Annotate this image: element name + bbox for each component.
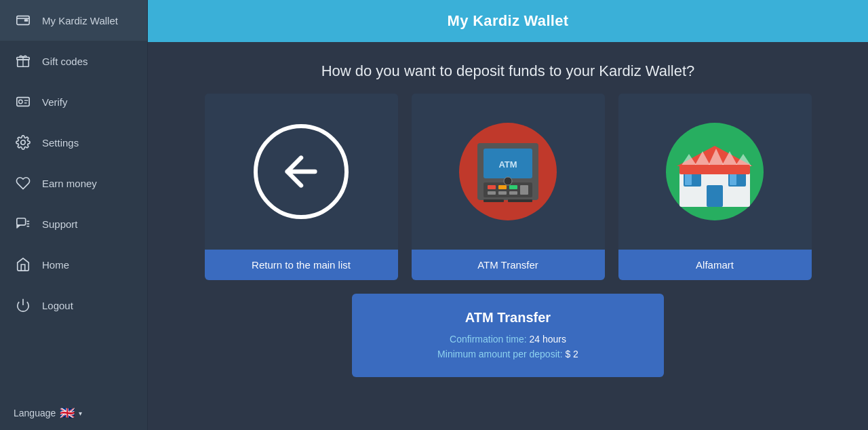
svg-rect-36 bbox=[685, 173, 692, 185]
confirmation-value: 24 hours bbox=[530, 334, 566, 345]
svg-rect-11 bbox=[17, 218, 26, 225]
sidebar-item-earn-money[interactable]: Earn money bbox=[0, 163, 147, 203]
atm-illustration: ATM bbox=[454, 117, 562, 226]
sidebar-item-label: Verify bbox=[42, 96, 68, 108]
sidebar-item-home[interactable]: Home bbox=[0, 244, 147, 285]
gear-icon bbox=[14, 133, 33, 152]
flag-icon: 🇬🇧 bbox=[60, 406, 75, 421]
chevron-down-icon: ▾ bbox=[79, 410, 82, 417]
page-question: How do you want to deposit funds to your… bbox=[148, 42, 868, 94]
svg-rect-23 bbox=[509, 185, 517, 189]
sidebar-item-label: Support bbox=[42, 218, 78, 230]
confirmation-time-row: Confirmation time: 24 hours bbox=[372, 334, 644, 345]
return-card-body bbox=[205, 94, 398, 250]
sidebar-item-logout[interactable]: Logout bbox=[0, 285, 147, 326]
svg-point-7 bbox=[19, 100, 22, 104]
svg-rect-21 bbox=[488, 185, 496, 189]
back-arrow-circle bbox=[254, 124, 349, 219]
svg-rect-28 bbox=[484, 199, 504, 202]
sidebar-item-label: Gift codes bbox=[42, 56, 88, 67]
sidebar-item-label: Home bbox=[42, 259, 69, 271]
svg-rect-22 bbox=[498, 185, 507, 189]
min-deposit-row: Minimum amount per deposit: $ 2 bbox=[372, 349, 644, 359]
svg-text:ATM: ATM bbox=[498, 159, 517, 170]
page-header: My Kardiz Wallet bbox=[148, 0, 868, 42]
store-illustration bbox=[660, 117, 769, 226]
main-content: My Kardiz Wallet How do you want to depo… bbox=[148, 0, 868, 430]
alfamart-card-body bbox=[618, 94, 812, 250]
atm-card[interactable]: ATM bbox=[412, 94, 605, 280]
home-icon bbox=[14, 255, 33, 274]
id-card-icon bbox=[14, 92, 33, 111]
sidebar-item-label: Settings bbox=[42, 137, 79, 149]
wallet-icon bbox=[14, 11, 33, 30]
atm-info-title: ATM Transfer bbox=[372, 310, 644, 326]
gift-icon bbox=[14, 52, 33, 71]
sidebar-item-gift-codes[interactable]: Gift codes bbox=[0, 41, 147, 81]
svg-point-10 bbox=[21, 140, 25, 144]
svg-rect-26 bbox=[509, 191, 517, 195]
svg-rect-1 bbox=[24, 19, 28, 22]
return-card-label: Return to the main list bbox=[205, 250, 398, 280]
svg-rect-37 bbox=[730, 173, 736, 185]
sidebar-item-label: Logout bbox=[42, 300, 73, 311]
sidebar-item-support[interactable]: Support bbox=[0, 203, 147, 244]
sidebar-item-settings[interactable]: Settings bbox=[0, 122, 147, 163]
heart-icon bbox=[14, 174, 33, 193]
sidebar: My Kardiz Wallet Gift codes Verify bbox=[0, 0, 148, 430]
atm-card-label: ATM Transfer bbox=[412, 250, 605, 280]
svg-rect-27 bbox=[520, 185, 528, 195]
min-deposit-value: $ 2 bbox=[565, 349, 578, 359]
deposit-options-row: Return to the main list ATM bbox=[148, 94, 868, 294]
svg-rect-29 bbox=[508, 199, 532, 202]
alfamart-card[interactable]: Alfamart bbox=[618, 94, 812, 280]
svg-rect-25 bbox=[498, 191, 507, 195]
confirmation-label: Confirmation time: bbox=[450, 334, 527, 345]
svg-rect-38 bbox=[679, 165, 750, 174]
alfamart-card-label: Alfamart bbox=[618, 250, 812, 280]
support-icon bbox=[14, 214, 33, 233]
sidebar-item-my-kardiz-wallet[interactable]: My Kardiz Wallet bbox=[0, 0, 147, 41]
svg-point-30 bbox=[504, 177, 512, 185]
language-label: Language bbox=[14, 408, 56, 418]
header-title: My Kardiz Wallet bbox=[448, 12, 569, 29]
atm-info-panel: ATM Transfer Confirmation time: 24 hours… bbox=[352, 294, 664, 377]
return-card[interactable]: Return to the main list bbox=[205, 94, 398, 280]
language-selector[interactable]: Language 🇬🇧 ▾ bbox=[0, 396, 147, 430]
atm-card-body: ATM bbox=[412, 94, 605, 250]
svg-rect-24 bbox=[488, 191, 496, 195]
sidebar-item-label: Earn money bbox=[42, 178, 97, 189]
svg-rect-33 bbox=[707, 185, 723, 207]
power-icon bbox=[14, 296, 33, 315]
sidebar-item-verify[interactable]: Verify bbox=[0, 81, 147, 122]
sidebar-item-label: My Kardiz Wallet bbox=[42, 15, 118, 26]
min-deposit-label: Minimum amount per deposit: bbox=[437, 349, 562, 359]
